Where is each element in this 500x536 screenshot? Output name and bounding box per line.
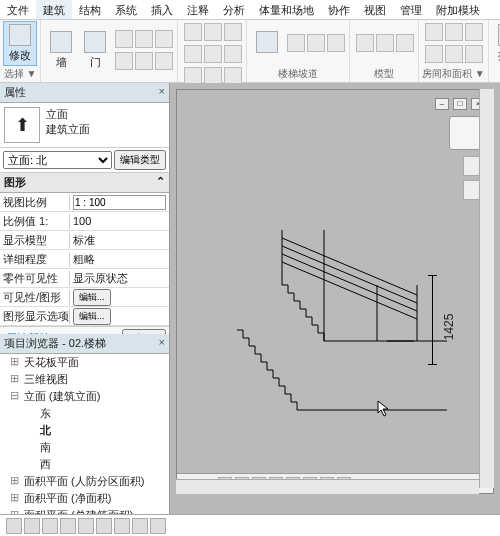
instance-selector[interactable]: 立面: 北 bbox=[3, 151, 112, 169]
sb-icon[interactable] bbox=[6, 518, 22, 534]
grid-section: 图形 bbox=[4, 175, 26, 190]
menu-注释[interactable]: 注释 bbox=[180, 0, 216, 19]
ribbon-small-btn[interactable] bbox=[327, 34, 345, 52]
close-icon[interactable]: × bbox=[159, 85, 165, 100]
prop-value[interactable]: 粗略 bbox=[70, 252, 169, 267]
sb-filter-icon[interactable] bbox=[150, 518, 166, 534]
ribbon-small-btn[interactable] bbox=[204, 23, 222, 41]
sb-icon[interactable] bbox=[78, 518, 94, 534]
ribbon-small-btn[interactable] bbox=[184, 45, 202, 63]
prop-value[interactable] bbox=[70, 195, 169, 210]
dimension-line bbox=[432, 275, 433, 365]
menu-体量和场地[interactable]: 体量和场地 bbox=[252, 0, 321, 19]
maximize-icon[interactable]: □ bbox=[453, 98, 467, 110]
tree-item[interactable]: 西 bbox=[0, 456, 169, 473]
edit-type-button[interactable]: 编辑类型 bbox=[114, 150, 166, 170]
ribbon-small-btn[interactable] bbox=[135, 30, 153, 48]
ribbon-门[interactable]: 门 bbox=[78, 29, 112, 72]
left-panel: 属性 × ⬆ 立面 建筑立面 立面: 北 编辑类型 图形 ⌃ 视图比例比例值 1… bbox=[0, 83, 170, 514]
ribbon-small-btn[interactable] bbox=[115, 30, 133, 48]
ribbon-按面[interactable]: 按面 bbox=[492, 22, 500, 65]
ribbon-small-btn[interactable] bbox=[204, 45, 222, 63]
type-name: 立面 bbox=[46, 107, 90, 122]
ribbon-group-label: 洞口 bbox=[492, 66, 500, 82]
tree-item[interactable]: 天花板平面 bbox=[0, 354, 169, 371]
menu-协作[interactable]: 协作 bbox=[321, 0, 357, 19]
prop-value[interactable]: 标准 bbox=[70, 233, 169, 248]
menu-附加模块[interactable]: 附加模块 bbox=[429, 0, 487, 19]
tree-item[interactable]: 面积平面 (人防分区面积) bbox=[0, 473, 169, 490]
cursor-icon bbox=[377, 400, 391, 418]
menu-建筑[interactable]: 建筑 bbox=[36, 0, 72, 19]
prop-value[interactable]: 显示原状态 bbox=[70, 271, 169, 286]
ribbon-墙[interactable]: 墙 bbox=[44, 29, 78, 72]
ribbon-small-btn[interactable] bbox=[307, 34, 325, 52]
ribbon-small-btn[interactable] bbox=[425, 23, 443, 41]
ribbon-small-btn[interactable] bbox=[465, 23, 483, 41]
properties-header: 属性 × bbox=[0, 83, 169, 103]
tree-item[interactable]: 北 bbox=[0, 422, 169, 439]
ribbon-small-btn[interactable] bbox=[184, 23, 202, 41]
sb-icon[interactable] bbox=[24, 518, 40, 534]
prop-row: 零件可见性显示原状态 bbox=[0, 269, 169, 288]
ribbon-group-label: 模型 bbox=[353, 66, 415, 82]
vertical-scrollbar[interactable] bbox=[479, 89, 494, 488]
type-selector[interactable]: ⬆ 立面 建筑立面 bbox=[0, 103, 169, 148]
prop-value[interactable]: 编辑... bbox=[70, 308, 169, 325]
tree-item[interactable]: 东 bbox=[0, 405, 169, 422]
menu-文件[interactable]: 文件 bbox=[0, 0, 36, 19]
ribbon-group-label: 楼梯坡道 bbox=[250, 66, 346, 82]
sb-icon[interactable] bbox=[114, 518, 130, 534]
tree-item[interactable]: 三维视图 bbox=[0, 371, 169, 388]
menu-插入[interactable]: 插入 bbox=[144, 0, 180, 19]
ribbon-small-btn[interactable] bbox=[425, 45, 443, 63]
ribbon-small-btn[interactable] bbox=[376, 34, 394, 52]
menu-结构[interactable]: 结构 bbox=[72, 0, 108, 19]
menu-管理[interactable]: 管理 bbox=[393, 0, 429, 19]
ribbon-small-btn[interactable] bbox=[445, 23, 463, 41]
type-sub: 建筑立面 bbox=[46, 122, 90, 137]
ribbon-small-btn[interactable] bbox=[356, 34, 374, 52]
sb-icon[interactable] bbox=[96, 518, 112, 534]
dimension-text: 1425 bbox=[443, 314, 457, 341]
viewport[interactable]: – □ × bbox=[170, 83, 500, 514]
prop-label: 可见性/图形 bbox=[0, 290, 70, 305]
close-icon[interactable]: × bbox=[159, 336, 165, 351]
sb-icon[interactable] bbox=[60, 518, 76, 534]
prop-value[interactable]: 100 bbox=[70, 215, 169, 227]
menu-分析[interactable]: 分析 bbox=[216, 0, 252, 19]
expand-icon[interactable]: ⌃ bbox=[156, 175, 165, 190]
ribbon: 修改选择 ▼墙门构建楼梯坡道模型房间和面积 ▼按面竖井洞口基准设置工作平面 bbox=[0, 20, 500, 83]
ribbon-small-btn[interactable] bbox=[224, 45, 242, 63]
prop-value[interactable]: 编辑... bbox=[70, 289, 169, 306]
ribbon-small-btn[interactable] bbox=[465, 45, 483, 63]
menu-视图[interactable]: 视图 bbox=[357, 0, 393, 19]
sb-icon[interactable] bbox=[42, 518, 58, 534]
ribbon-small-btn[interactable] bbox=[155, 52, 173, 70]
svg-line-5 bbox=[282, 246, 417, 303]
project-browser-tree[interactable]: 天花板平面三维视图立面 (建筑立面)东北南西面积平面 (人防分区面积)面积平面 … bbox=[0, 354, 169, 515]
minimize-icon[interactable]: – bbox=[435, 98, 449, 110]
view-cube[interactable] bbox=[449, 116, 483, 150]
window-controls: – □ × bbox=[435, 98, 485, 110]
ribbon-修改[interactable]: 修改 bbox=[3, 21, 37, 66]
ribbon-small-btn[interactable] bbox=[396, 34, 414, 52]
browser-header: 项目浏览器 - 02.楼梯 × bbox=[0, 334, 169, 354]
menu-系统[interactable]: 系统 bbox=[108, 0, 144, 19]
properties-title: 属性 bbox=[4, 85, 26, 100]
property-grid: 图形 ⌃ 视图比例比例值 1:100显示模型标准详细程度粗略零件可见性显示原状态… bbox=[0, 173, 169, 334]
ribbon-small-btn[interactable] bbox=[287, 34, 305, 52]
tree-item[interactable]: 立面 (建筑立面) bbox=[0, 388, 169, 405]
tree-item[interactable]: 面积平面 (总建筑面积) bbox=[0, 507, 169, 515]
ribbon-btn[interactable] bbox=[250, 29, 284, 57]
sb-icon[interactable] bbox=[132, 518, 148, 534]
ribbon-small-btn[interactable] bbox=[135, 52, 153, 70]
ribbon-small-btn[interactable] bbox=[445, 45, 463, 63]
tree-item[interactable]: 南 bbox=[0, 439, 169, 456]
ribbon-small-btn[interactable] bbox=[224, 23, 242, 41]
tree-item[interactable]: 面积平面 (净面积) bbox=[0, 490, 169, 507]
drawing-canvas[interactable]: – □ × bbox=[176, 89, 494, 494]
ribbon-small-btn[interactable] bbox=[155, 30, 173, 48]
ribbon-small-btn[interactable] bbox=[115, 52, 133, 70]
horizontal-scrollbar[interactable] bbox=[176, 479, 479, 494]
